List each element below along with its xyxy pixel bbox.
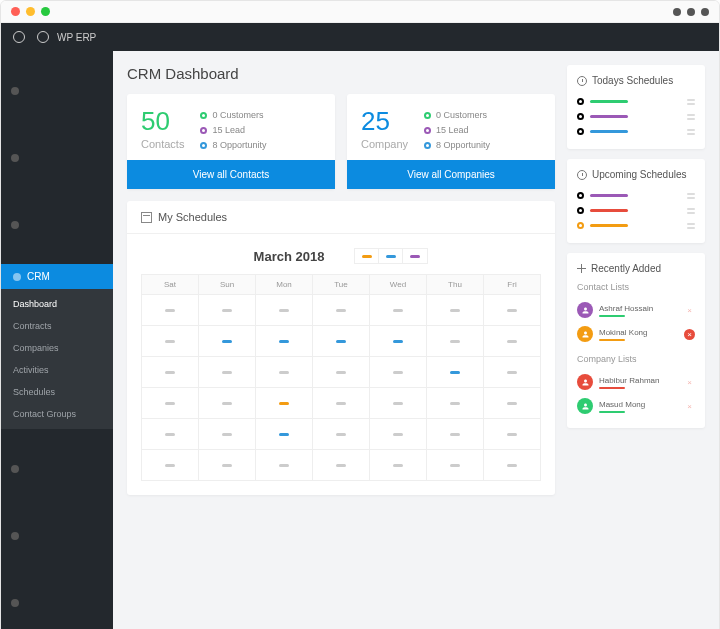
sidebar-sub-schedules[interactable]: Schedules	[1, 381, 113, 403]
calendar-cell[interactable]	[256, 295, 313, 325]
person-row[interactable]: Mokinal Kong×	[577, 322, 695, 346]
calendar-cell[interactable]	[256, 357, 313, 387]
delete-icon[interactable]: ×	[684, 401, 695, 412]
dot-icon	[200, 127, 207, 134]
avatar	[577, 302, 593, 318]
sidebar-sub-companies[interactable]: Companies	[1, 337, 113, 359]
sidebar-placeholder[interactable]	[1, 435, 113, 502]
calendar-cell[interactable]	[142, 295, 199, 325]
calendar-cell[interactable]	[199, 450, 256, 480]
calendar-cell[interactable]	[256, 419, 313, 449]
calendar-cell[interactable]	[427, 295, 484, 325]
calendar-cell[interactable]	[142, 419, 199, 449]
schedule-item[interactable]	[577, 203, 695, 218]
calendar-cell[interactable]	[427, 388, 484, 418]
calendar-cell[interactable]	[313, 419, 370, 449]
avatar	[577, 374, 593, 390]
page-title: CRM Dashboard	[127, 65, 555, 82]
calendar-cell[interactable]	[427, 357, 484, 387]
contacts-label: Contacts	[141, 138, 184, 150]
calendar-cell[interactable]	[370, 450, 427, 480]
calendar-cell[interactable]	[199, 388, 256, 418]
delete-icon[interactable]: ×	[684, 377, 695, 388]
calendar-cell[interactable]	[370, 419, 427, 449]
calendar-day-header: Fri	[484, 275, 540, 294]
delete-icon[interactable]: ×	[684, 329, 695, 340]
maximize-window-icon[interactable]	[41, 7, 50, 16]
schedule-item[interactable]	[577, 188, 695, 203]
sidebar-sub-activities[interactable]: Activities	[1, 359, 113, 381]
sidebar-placeholder[interactable]	[1, 57, 113, 124]
person-row[interactable]: Masud Mong×	[577, 394, 695, 418]
calendar-cell[interactable]	[256, 450, 313, 480]
calendar-month: March 2018	[254, 249, 325, 264]
brand-label: WP ERP	[57, 32, 96, 43]
schedule-item[interactable]	[577, 218, 695, 233]
close-window-icon[interactable]	[11, 7, 20, 16]
calendar-cell[interactable]	[484, 326, 540, 356]
calendar-cell[interactable]	[427, 450, 484, 480]
sidebar-item-crm[interactable]: CRM	[1, 264, 113, 289]
view-all-companies-button[interactable]: View all Companies	[347, 160, 555, 189]
my-schedules-title: My Schedules	[158, 211, 227, 223]
dot-icon	[424, 142, 431, 149]
calendar-cell[interactable]	[313, 295, 370, 325]
person-row[interactable]: Ashraf Hossain×	[577, 298, 695, 322]
my-schedules-card: My Schedules March 2018 SatSunMonTueWedT…	[127, 201, 555, 495]
calendar-cell[interactable]	[142, 388, 199, 418]
admin-topbar: WP ERP	[1, 23, 719, 51]
sidebar-placeholder[interactable]	[1, 502, 113, 569]
calendar-cell[interactable]	[313, 450, 370, 480]
schedule-item[interactable]	[577, 124, 695, 139]
calendar-cell[interactable]	[484, 419, 540, 449]
sidebar-placeholder[interactable]	[1, 569, 113, 629]
calendar-cell[interactable]	[313, 357, 370, 387]
calendar-legend	[354, 248, 428, 264]
calendar-cell[interactable]	[427, 326, 484, 356]
wordpress-icon[interactable]	[13, 31, 25, 43]
contacts-count: 50	[141, 108, 184, 134]
calendar-cell[interactable]	[142, 357, 199, 387]
view-all-contacts-button[interactable]: View all Contacts	[127, 160, 335, 189]
schedule-item[interactable]	[577, 94, 695, 109]
calendar-cell[interactable]	[484, 388, 540, 418]
calendar-cell[interactable]	[370, 295, 427, 325]
calendar-cell[interactable]	[199, 419, 256, 449]
company-label: Company	[361, 138, 408, 150]
person-row[interactable]: Habibur Rahman×	[577, 370, 695, 394]
calendar-cell[interactable]	[313, 388, 370, 418]
dot-icon	[424, 127, 431, 134]
calendar-cell[interactable]	[484, 357, 540, 387]
calendar-cell[interactable]	[199, 295, 256, 325]
schedule-item[interactable]	[577, 109, 695, 124]
delete-icon[interactable]: ×	[684, 305, 695, 316]
calendar-cell[interactable]	[313, 326, 370, 356]
minimize-window-icon[interactable]	[26, 7, 35, 16]
calendar-cell[interactable]	[370, 357, 427, 387]
sidebar-submenu: Dashboard Contracts Companies Activities…	[1, 289, 113, 429]
sidebar-sub-dashboard[interactable]: Dashboard	[1, 293, 113, 315]
calendar-cell[interactable]	[142, 450, 199, 480]
sidebar-sub-contracts[interactable]: Contracts	[1, 315, 113, 337]
clock-icon	[577, 76, 587, 86]
contacts-stat-card: 50 Contacts 0 Customers 15 Lead 8 Opport…	[127, 94, 335, 189]
calendar-cell[interactable]	[484, 450, 540, 480]
calendar-cell[interactable]	[370, 388, 427, 418]
calendar-cell[interactable]	[484, 295, 540, 325]
calendar-cell[interactable]	[142, 326, 199, 356]
dot-icon	[200, 142, 207, 149]
plus-icon	[577, 264, 586, 273]
calendar-day-header: Sun	[199, 275, 256, 294]
site-icon[interactable]	[37, 31, 49, 43]
sidebar-placeholder[interactable]	[1, 191, 113, 258]
sidebar-placeholder[interactable]	[1, 124, 113, 191]
calendar-cell[interactable]	[256, 326, 313, 356]
window-menu-icon[interactable]	[673, 8, 709, 16]
clock-icon	[577, 170, 587, 180]
calendar-cell[interactable]	[199, 326, 256, 356]
calendar-cell[interactable]	[256, 388, 313, 418]
calendar-cell[interactable]	[427, 419, 484, 449]
calendar-cell[interactable]	[370, 326, 427, 356]
sidebar-sub-contact-groups[interactable]: Contact Groups	[1, 403, 113, 425]
calendar-cell[interactable]	[199, 357, 256, 387]
